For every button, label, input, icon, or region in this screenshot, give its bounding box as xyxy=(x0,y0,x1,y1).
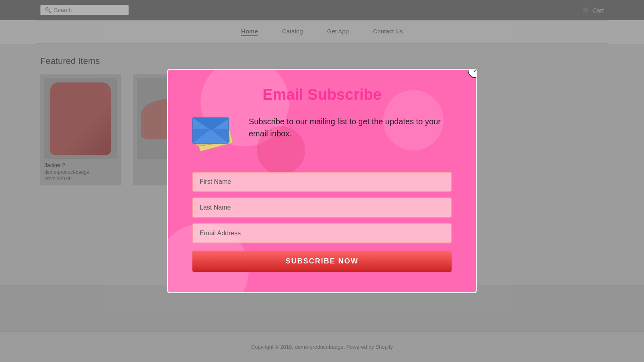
first-name-input[interactable] xyxy=(192,172,452,192)
modal-body: Subscribe to our mailing list to get the… xyxy=(192,111,452,160)
last-name-input[interactable] xyxy=(192,197,452,218)
subscribe-button[interactable]: SUBSCRIBE NOW xyxy=(192,251,452,272)
modal-description: Subscribe to our mailing list to get the… xyxy=(249,111,452,140)
envelope-front xyxy=(192,117,229,144)
envelope-body-left xyxy=(193,129,211,143)
envelope-body-right xyxy=(210,129,228,143)
modal-overlay: × Email Subscribe Subscribe to our maili… xyxy=(0,0,644,362)
email-input[interactable] xyxy=(192,223,452,243)
email-stack-illustration xyxy=(192,115,233,156)
email-subscribe-modal: × Email Subscribe Subscribe to our maili… xyxy=(167,69,477,293)
modal-form: SUBSCRIBE NOW xyxy=(192,172,452,272)
close-icon: × xyxy=(473,69,477,75)
modal-title: Email Subscribe xyxy=(192,86,452,103)
email-icon-container xyxy=(192,115,237,160)
modal-close-button[interactable]: × xyxy=(468,69,477,78)
